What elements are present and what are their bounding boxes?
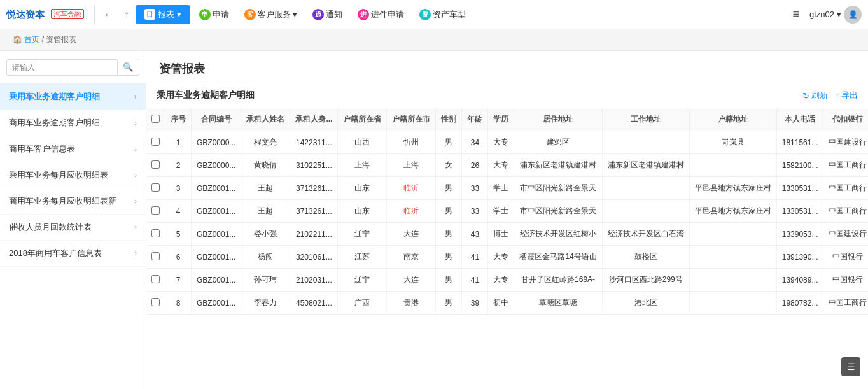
sidebar-item-item5[interactable]: 商用车业务每月应收明细表新› [0, 188, 146, 215]
row-name: 杨闯 [241, 246, 290, 269]
th-addr: 居住地址 [514, 108, 602, 131]
row-checkbox[interactable] [151, 252, 160, 260]
select-all-checkbox[interactable] [151, 115, 160, 123]
nav-asset-button[interactable]: 资 资产车型 [413, 5, 472, 24]
row-addr: 浦东新区老港镇建港村 [514, 154, 602, 177]
sidebar-item-item6[interactable]: 催收人员月回款统计表› [0, 215, 146, 241]
nav-notify-button[interactable]: 通 通知 [306, 5, 349, 24]
row-province: 江苏 [338, 246, 387, 269]
row-checkbox[interactable] [151, 183, 160, 192]
row-checkbox-cell [146, 177, 165, 200]
breadcrumb-home[interactable]: 首页 [24, 35, 39, 44]
row-seq: 3 [165, 177, 192, 200]
th-name: 承租人姓名 [241, 108, 290, 131]
row-addr: 市中区阳光新路全景天 [514, 200, 602, 223]
row-name: 王超 [241, 177, 290, 200]
asset-label: 资产车型 [433, 9, 466, 20]
row-work: 港北区 [602, 292, 689, 315]
row-seq: 4 [165, 200, 192, 223]
row-checkbox[interactable] [151, 206, 160, 215]
row-huji [689, 223, 776, 246]
table-scroll[interactable]: 序号 合同编号 承租人姓名 承租人身... 户籍所在省 户籍所在市 性别 年龄 … [146, 108, 868, 315]
row-idcard: 3713261... [290, 200, 338, 223]
apply-icon: 申 [199, 9, 211, 20]
up-button[interactable]: ↑ [120, 6, 133, 23]
row-checkbox[interactable] [151, 275, 160, 283]
row-seq: 6 [165, 246, 192, 269]
logo-sub: 汽车金融 [47, 10, 84, 19]
inbound-label: 进件申请 [371, 9, 404, 20]
row-idcard: 1422311... [290, 131, 338, 154]
row-work: 鼓楼区 [602, 246, 689, 269]
row-city: 大连 [387, 223, 436, 246]
row-edu: 初中 [488, 292, 514, 315]
scroll-to-top-button[interactable]: ☰ [841, 357, 860, 376]
sidebar-items: 乘用车业务逾期客户明细›商用车业务逾期客户明细›商用车客户信息表›乘用车业务每月… [0, 84, 146, 267]
search-input[interactable] [6, 59, 118, 76]
row-huji [689, 292, 776, 315]
sidebar-item-item4[interactable]: 乘用车业务每月应收明细表› [0, 162, 146, 188]
row-age: 43 [462, 223, 488, 246]
nav-report-button[interactable]: 目 报表 ▾ [136, 5, 190, 24]
row-checkbox[interactable] [151, 298, 160, 306]
row-work [602, 131, 689, 154]
user-area[interactable]: gtzn02 ▾ 👤 [809, 6, 862, 24]
row-name: 王超 [241, 200, 290, 223]
search-button[interactable]: 🔍 [118, 59, 139, 76]
sidebar-item-item3[interactable]: 商用车客户信息表› [0, 136, 146, 162]
th-bank: 代扣银行 [823, 108, 868, 131]
row-work: 经济技术开发区白石湾 [602, 223, 689, 246]
row-gender: 男 [436, 200, 462, 223]
table-section-title: 乘用车业务逾期客户明细 [157, 90, 255, 101]
sidebar-arrow-icon: › [134, 92, 137, 101]
table-container: 乘用车业务逾期客户明细 ↻ 刷新 ↑ 导出 [146, 83, 868, 389]
row-checkbox[interactable] [151, 138, 160, 146]
export-icon: ↑ [836, 91, 840, 101]
row-idcard: 2102031... [290, 269, 338, 292]
refresh-button[interactable]: ↻ 刷新 [802, 90, 828, 101]
sidebar: 🔍 乘用车业务逾期客户明细›商用车业务逾期客户明细›商用车客户信息表›乘用车业务… [0, 51, 146, 389]
nav-apply-button[interactable]: 申 申请 [193, 5, 235, 24]
th-phone: 本人电话 [776, 108, 823, 131]
row-checkbox-cell [146, 154, 165, 177]
logo-main: 悦达资本 [6, 8, 45, 21]
row-checkbox-cell [146, 269, 165, 292]
row-addr: 经济技术开发区红梅小 [514, 223, 602, 246]
sidebar-item-label: 2018年商用车客户信息表 [9, 248, 102, 259]
sidebar-item-item1[interactable]: 乘用车业务逾期客户明细› [0, 84, 146, 110]
row-checkbox-cell [146, 246, 165, 269]
sidebar-item-item2[interactable]: 商用车业务逾期客户明细› [0, 110, 146, 136]
table-row: 3 GBZ0001... 王超 3713261... 山东 临沂 男 33 学士… [146, 177, 868, 200]
row-edu: 博士 [488, 223, 514, 246]
row-contract: GBZ0001... [192, 246, 241, 269]
table-toolbar: 乘用车业务逾期客户明细 ↻ 刷新 ↑ 导出 [146, 83, 868, 108]
table-head: 序号 合同编号 承租人姓名 承租人身... 户籍所在省 户籍所在市 性别 年龄 … [146, 108, 868, 131]
row-addr: 建邺区 [514, 131, 602, 154]
row-checkbox[interactable] [151, 160, 160, 169]
row-checkbox[interactable] [151, 229, 160, 237]
export-button[interactable]: ↑ 导出 [836, 90, 858, 101]
row-bank: 中国建设行 [823, 131, 868, 154]
hamburger-button[interactable]: ≡ [787, 5, 804, 24]
nav-inbound-button[interactable]: 进 进件申请 [351, 5, 410, 24]
row-addr: 市中区阳光新路全景天 [514, 177, 602, 200]
row-seq: 2 [165, 154, 192, 177]
row-gender: 男 [436, 177, 462, 200]
row-province: 上海 [338, 154, 387, 177]
back-button[interactable]: ← [100, 6, 118, 23]
th-contract: 合同编号 [192, 108, 241, 131]
user-dropdown-icon: ▾ [837, 10, 841, 19]
th-idcard: 承租人身... [290, 108, 338, 131]
sidebar-item-item7[interactable]: 2018年商用车客户信息表› [0, 241, 146, 267]
nav-customer-button[interactable]: 客 客户服务 ▾ [238, 5, 304, 24]
row-checkbox-cell [146, 200, 165, 223]
row-city: 上海 [387, 154, 436, 177]
row-phone: 1811561... [776, 131, 823, 154]
sidebar-arrow-icon: › [134, 171, 137, 180]
row-phone: 1980782... [776, 292, 823, 315]
table-row: 8 GBZ0001... 李春力 4508021... 广西 贵港 男 39 初… [146, 292, 868, 315]
sidebar-arrow-icon: › [134, 197, 137, 206]
main-header: 资管报表 [146, 51, 868, 83]
row-huji [689, 269, 776, 292]
row-edu: 学士 [488, 177, 514, 200]
